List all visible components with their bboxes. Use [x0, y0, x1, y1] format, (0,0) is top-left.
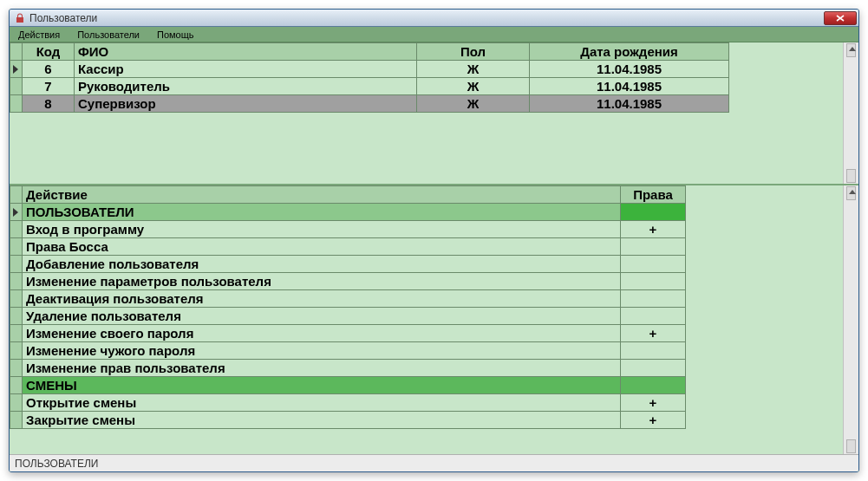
cell-right[interactable]	[621, 273, 686, 290]
window-title: Пользователи	[29, 12, 824, 24]
cell-dob[interactable]: 11.04.1985	[530, 61, 729, 78]
table-row[interactable]: Удаление пользователя	[10, 308, 686, 325]
scroll-down-icon	[849, 445, 856, 450]
row-handle[interactable]	[10, 256, 23, 273]
cell-sex[interactable]: Ж	[417, 95, 530, 113]
row-handle[interactable]	[10, 412, 23, 429]
scroll-down-icon	[849, 175, 856, 179]
cell-action[interactable]: Деактивация пользователя	[23, 290, 621, 308]
app-window: Пользователи Действия Пользователи Помощ…	[9, 9, 859, 472]
cell-dob[interactable]: 11.04.1985	[530, 95, 729, 113]
col-header-name[interactable]: ФИО	[75, 43, 417, 61]
users-scrollbar[interactable]	[843, 42, 858, 184]
row-handle[interactable]	[10, 360, 23, 377]
scroll-up-icon	[849, 47, 856, 51]
cell-right[interactable]	[621, 290, 686, 308]
table-row[interactable]: 8СупервизорЖ11.04.1985	[10, 95, 729, 113]
table-row[interactable]: Изменение прав пользователя	[10, 360, 686, 377]
row-handle[interactable]	[10, 238, 23, 256]
col-header-right[interactable]: Права	[621, 186, 686, 204]
row-handle[interactable]	[10, 377, 23, 394]
cell-right[interactable]	[621, 308, 686, 325]
table-row[interactable]: Изменение параметров пользователя	[10, 273, 686, 290]
table-row[interactable]: Добавление пользователя	[10, 256, 686, 273]
cell-action[interactable]: Открытие смены	[23, 394, 621, 412]
cell-right[interactable]	[621, 256, 686, 273]
rights-pane: Действие Права ПОЛЬЗОВАТЕЛИВход в програ…	[10, 185, 858, 471]
row-handle[interactable]	[10, 273, 23, 290]
row-handle[interactable]	[10, 342, 23, 360]
cell-action[interactable]: Права Босса	[23, 238, 621, 256]
cell-action[interactable]: СМЕНЫ	[23, 377, 621, 394]
col-header-dob[interactable]: Дата рождения	[530, 43, 729, 61]
col-header-action[interactable]: Действие	[23, 186, 621, 204]
cell-right[interactable]	[621, 342, 686, 360]
row-handle-header	[10, 186, 23, 204]
table-row[interactable]: Открытие смены+	[10, 394, 686, 412]
cell-code[interactable]: 6	[23, 61, 75, 78]
table-row[interactable]: Изменение своего пароля+	[10, 325, 686, 342]
cell-right[interactable]: +	[621, 412, 686, 429]
users-table[interactable]: Код ФИО Пол Дата рождения 6КассирЖ11.04.…	[10, 42, 729, 113]
menu-users[interactable]: Пользователи	[69, 29, 148, 40]
cell-action[interactable]: Добавление пользователя	[23, 256, 621, 273]
cell-right[interactable]: +	[621, 221, 686, 238]
cell-action[interactable]: Изменение прав пользователя	[23, 360, 621, 377]
row-handle[interactable]	[10, 204, 23, 221]
cell-action[interactable]: Удаление пользователя	[23, 308, 621, 325]
table-row[interactable]: Права Босса	[10, 238, 686, 256]
cell-right[interactable]	[621, 238, 686, 256]
cell-action[interactable]: Закрытие смены	[23, 412, 621, 429]
table-row[interactable]: 7РуководительЖ11.04.1985	[10, 78, 729, 95]
table-row[interactable]: Закрытие смены+	[10, 412, 686, 429]
cell-name[interactable]: Супервизор	[75, 95, 417, 113]
cell-sex[interactable]: Ж	[417, 61, 530, 78]
menu-help[interactable]: Помощь	[148, 29, 203, 40]
table-row[interactable]: Изменение чужого пароля	[10, 342, 686, 360]
cell-right[interactable]	[621, 360, 686, 377]
row-handle[interactable]	[10, 308, 23, 325]
row-handle[interactable]	[10, 290, 23, 308]
rights-table[interactable]: Действие Права ПОЛЬЗОВАТЕЛИВход в програ…	[10, 185, 686, 429]
table-row[interactable]: Деактивация пользователя	[10, 290, 686, 308]
cell-right[interactable]: +	[621, 394, 686, 412]
status-text: ПОЛЬЗОВАТЕЛИ	[15, 458, 98, 470]
cell-code[interactable]: 7	[23, 78, 75, 95]
scroll-up-icon	[849, 190, 856, 194]
cell-code[interactable]: 8	[23, 95, 75, 113]
table-row[interactable]: Вход в программу+	[10, 221, 686, 238]
cell-right[interactable]	[621, 204, 686, 221]
table-row[interactable]: 6КассирЖ11.04.1985	[10, 61, 729, 78]
section-row[interactable]: СМЕНЫ	[10, 377, 686, 394]
cell-sex[interactable]: Ж	[417, 78, 530, 95]
cell-action[interactable]: Изменение своего пароля	[23, 325, 621, 342]
row-handle[interactable]	[10, 221, 23, 238]
menu-actions[interactable]: Действия	[10, 29, 69, 40]
col-header-sex[interactable]: Пол	[417, 43, 530, 61]
col-header-code[interactable]: Код	[23, 43, 75, 61]
cell-name[interactable]: Кассир	[75, 61, 417, 78]
rights-scrollbar[interactable]	[843, 185, 858, 454]
row-handle[interactable]	[10, 394, 23, 412]
row-handle[interactable]	[10, 61, 23, 78]
cell-action[interactable]: Изменение параметров пользователя	[23, 273, 621, 290]
row-handle-header	[10, 43, 23, 61]
cell-action[interactable]: Вход в программу	[23, 221, 621, 238]
cell-right[interactable]	[621, 377, 686, 394]
close-button[interactable]	[824, 11, 857, 25]
row-handle[interactable]	[10, 325, 23, 342]
cell-action[interactable]: ПОЛЬЗОВАТЕЛИ	[23, 204, 621, 221]
cell-dob[interactable]: 11.04.1985	[530, 78, 729, 95]
row-handle[interactable]	[10, 78, 23, 95]
users-pane: Код ФИО Пол Дата рождения 6КассирЖ11.04.…	[10, 42, 858, 185]
row-handle[interactable]	[10, 95, 23, 113]
lock-icon	[14, 12, 26, 24]
titlebar[interactable]: Пользователи	[10, 10, 858, 27]
cell-name[interactable]: Руководитель	[75, 78, 417, 95]
cell-action[interactable]: Изменение чужого пароля	[23, 342, 621, 360]
cell-right[interactable]: +	[621, 325, 686, 342]
section-row[interactable]: ПОЛЬЗОВАТЕЛИ	[10, 204, 686, 221]
statusbar: ПОЛЬЗОВАТЕЛИ	[10, 454, 858, 471]
menubar: Действия Пользователи Помощь	[10, 27, 858, 42]
